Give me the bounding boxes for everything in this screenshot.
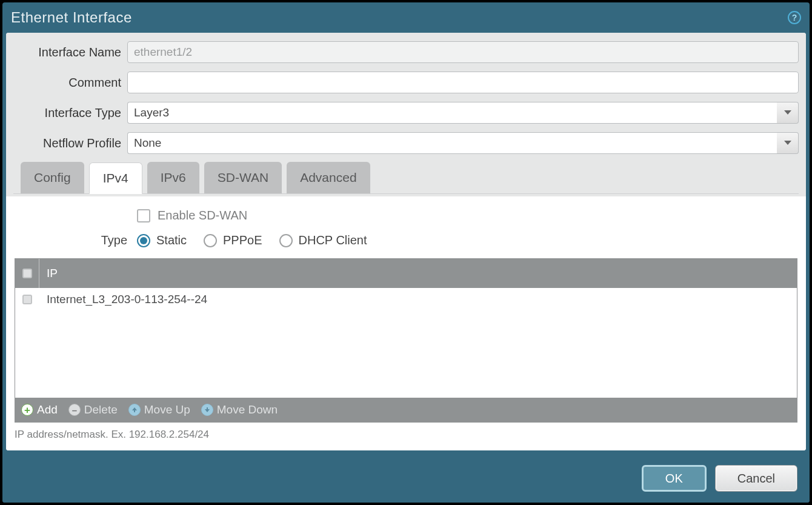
help-icon[interactable]: ? <box>788 11 801 24</box>
dialog-content: Interface Name ethernet1/2 Comment Inter… <box>6 33 806 450</box>
ip-grid-toolbar: Add Delete Move Up Move Down <box>15 398 797 422</box>
enable-sdwan-label: Enable SD-WAN <box>158 209 247 222</box>
tab-config[interactable]: Config <box>21 162 84 193</box>
delete-button[interactable]: Delete <box>68 403 118 416</box>
move-up-button-label: Move Up <box>144 403 190 416</box>
ip-grid-row-checkbox[interactable] <box>22 295 32 304</box>
tab-advanced[interactable]: Advanced <box>287 162 370 193</box>
radio-dot-icon <box>137 234 150 247</box>
ip-grid: IP Internet_L3_203-0-113-254--24 Add <box>15 258 797 423</box>
tab-ipv4[interactable]: IPv4 <box>89 162 142 194</box>
dialog-footer: OK Cancel <box>2 454 810 503</box>
arrow-down-icon <box>201 404 213 416</box>
type-radio-static[interactable]: Static <box>137 233 187 247</box>
type-radio-pppoe-label: PPPoE <box>223 233 262 247</box>
chevron-down-icon <box>784 140 792 146</box>
tab-sdwan[interactable]: SD-WAN <box>204 162 282 193</box>
comment-field[interactable] <box>127 72 799 93</box>
ip-grid-header-ip: IP <box>39 267 58 280</box>
tabstrip: Config IPv4 IPv6 SD-WAN Advanced <box>13 162 799 194</box>
tab-ipv6[interactable]: IPv6 <box>147 162 199 193</box>
move-up-button[interactable]: Move Up <box>128 403 190 416</box>
add-button-label: Add <box>37 403 58 416</box>
ip-grid-row-value: Internet_L3_203-0-113-254--24 <box>39 293 207 306</box>
move-down-button[interactable]: Move Down <box>201 403 278 416</box>
interface-name-field[interactable]: ethernet1/2 <box>127 41 799 63</box>
delete-button-label: Delete <box>84 403 118 416</box>
netflow-profile-label: Netflow Profile <box>13 136 127 150</box>
interface-type-label: Interface Type <box>13 106 127 120</box>
interface-name-label: Interface Name <box>13 45 127 59</box>
ok-button[interactable]: OK <box>642 465 707 492</box>
ip-hint-text: IP address/netmask. Ex. 192.168.2.254/24 <box>15 423 797 443</box>
dialog-title: Ethernet Interface <box>11 9 132 26</box>
enable-sdwan-checkbox[interactable] <box>137 209 150 222</box>
ip-grid-body: Internet_L3_203-0-113-254--24 <box>15 288 797 398</box>
chevron-down-icon <box>784 110 792 116</box>
move-down-button-label: Move Down <box>217 403 278 416</box>
minus-icon <box>68 404 81 416</box>
comment-label: Comment <box>13 76 127 90</box>
interface-type-dropdown-toggle[interactable] <box>777 102 799 124</box>
type-label: Type <box>15 233 137 247</box>
arrow-up-icon <box>128 404 141 416</box>
type-radio-static-label: Static <box>156 233 187 247</box>
form-area: Interface Name ethernet1/2 Comment Inter… <box>6 33 806 196</box>
plus-icon <box>21 404 33 416</box>
type-radio-dhcp-label: DHCP Client <box>299 233 367 247</box>
titlebar: Ethernet Interface ? <box>2 2 810 33</box>
ipv4-panel: Enable SD-WAN Type Static PPPoE <box>6 196 806 450</box>
ip-grid-select-all-checkbox[interactable] <box>22 269 32 278</box>
type-radio-dhcp[interactable]: DHCP Client <box>279 233 367 247</box>
cancel-button[interactable]: Cancel <box>715 465 797 492</box>
radio-dot-icon <box>204 234 217 247</box>
netflow-profile-select[interactable]: None <box>127 132 777 154</box>
radio-dot-icon <box>279 234 293 247</box>
type-radio-group: Static PPPoE DHCP Client <box>137 233 367 247</box>
type-radio-pppoe[interactable]: PPPoE <box>204 233 262 247</box>
dialog-window: Ethernet Interface ? Interface Name ethe… <box>2 2 810 503</box>
ip-grid-row[interactable]: Internet_L3_203-0-113-254--24 <box>15 288 797 311</box>
ip-grid-header: IP <box>15 259 797 288</box>
netflow-profile-dropdown-toggle[interactable] <box>777 132 799 154</box>
interface-type-select[interactable]: Layer3 <box>127 102 777 124</box>
add-button[interactable]: Add <box>21 403 58 416</box>
